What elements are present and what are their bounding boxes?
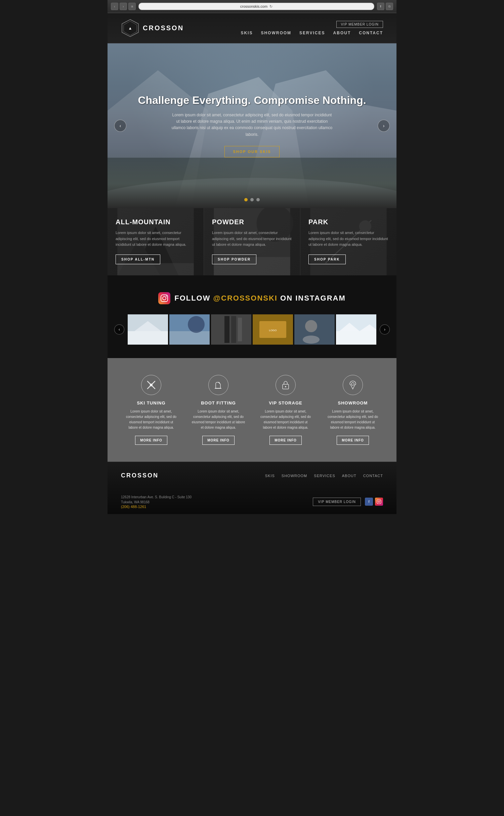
vip-storage-desc: Lorem ipsum dolor sit amet, consectetur … — [259, 409, 312, 430]
facebook-icon[interactable]: f — [365, 498, 373, 506]
ski-categories-section: ALL-MOUNTAIN Lorem ipsum dolor sit amet,… — [108, 208, 396, 275]
back-button[interactable]: ‹ — [111, 3, 118, 10]
hero-cta-button[interactable]: SHOP OUR SKIS — [224, 146, 279, 157]
ig-photo-3[interactable] — [211, 314, 251, 345]
ig-photo-6[interactable] — [336, 314, 376, 345]
ski-cat-allmt-title: ALL-MOUNTAIN — [116, 218, 196, 226]
ig-photo-1-img — [128, 314, 168, 345]
shop-allmt-button[interactable]: SHOP ALL-MTN — [116, 255, 160, 264]
svg-rect-24 — [128, 331, 168, 345]
nav-showroom[interactable]: SHOWROOM — [261, 31, 291, 35]
ig-photo-2-img — [169, 314, 210, 345]
footer-right: VIP MEMBER LOGIN f — [313, 498, 383, 506]
boot-fitting-icon — [208, 375, 228, 395]
boot-fitting-more-info-button[interactable]: MORE INFO — [202, 436, 235, 445]
footer-vip-login-button[interactable]: VIP MEMBER LOGIN — [313, 498, 361, 506]
svg-rect-31 — [231, 316, 236, 343]
service-boot-fitting: BOOT FITTING Lorem ipsum dolor sit amet,… — [188, 375, 249, 445]
site-header: ▲ CROSSON VIP MEMBER LOGIN SKIS SHOWROOM… — [108, 13, 396, 43]
address-bar[interactable]: crossonskis.com ↻ — [138, 3, 374, 10]
instagram-social-icon[interactable] — [375, 498, 383, 506]
showroom-icon — [343, 375, 363, 395]
share-button[interactable]: ⬆ — [377, 3, 384, 10]
hero-prev-arrow[interactable]: ‹ — [114, 120, 126, 132]
vip-storage-more-info-button[interactable]: MORE INFO — [269, 436, 302, 445]
showroom-desc: Lorem ipsum dolor sit amet, consectetur … — [326, 409, 380, 430]
hero-dot-3[interactable] — [256, 198, 260, 201]
ski-tuning-desc: Lorem ipsum dolor sit amet, consectetur … — [124, 409, 178, 430]
ski-cat-park-content: PARK Lorem ipsum dolor sit amet, consect… — [308, 218, 388, 264]
svg-rect-48 — [377, 500, 381, 504]
nav-contact[interactable]: CONTACT — [359, 31, 383, 35]
ig-photo-4[interactable]: LOGO — [253, 314, 293, 345]
ig-prev-arrow[interactable]: ‹ — [114, 324, 124, 335]
shop-powder-button[interactable]: SHOP POWDER — [212, 255, 256, 264]
ski-cat-powder-title: POWDER — [212, 218, 292, 226]
svg-point-47 — [351, 383, 354, 385]
ski-category-powder: POWDER Lorem ipsum dolor sit amet, conse… — [204, 208, 300, 275]
ig-photo-4-img: LOGO — [253, 314, 293, 345]
ig-photos-row: LOGO — [128, 314, 376, 345]
ig-photo-6-img — [336, 314, 376, 345]
ski-tuning-more-info-button[interactable]: MORE INFO — [135, 436, 167, 445]
shop-park-button[interactable]: SHOP PARK — [308, 255, 346, 264]
logo-area[interactable]: ▲ CROSSON — [121, 19, 184, 37]
hero-content: Challenge Everything. Compromise Nothing… — [136, 94, 368, 157]
instagram-cta-suffix: ON INSTAGRAM — [278, 294, 346, 302]
hero-next-arrow[interactable]: › — [378, 120, 390, 132]
service-showroom: SHOWROOM Lorem ipsum dolor sit amet, con… — [323, 375, 383, 445]
footer-nav-showroom[interactable]: SHOWROOM — [282, 474, 307, 478]
footer-nav-services[interactable]: SERVICES — [314, 474, 335, 478]
svg-point-50 — [380, 500, 381, 501]
showroom-icon-svg — [347, 380, 358, 390]
ig-photo-3-img — [211, 314, 251, 345]
ski-category-park: PARK Lorem ipsum dolor sit amet, consect… — [300, 208, 396, 275]
nav-services[interactable]: SERVICES — [299, 31, 325, 35]
showroom-title: SHOWROOM — [326, 400, 380, 405]
ig-photo-5[interactable] — [294, 314, 335, 345]
hero-subtitle: Lorem ipsum dolor sit amet, consectetur … — [171, 112, 333, 138]
showroom-more-info-button[interactable]: MORE INFO — [337, 436, 369, 445]
bookmarks-button[interactable]: ⧉ — [386, 3, 393, 10]
header-right: VIP MEMBER LOGIN SKIS SHOWROOM SERVICES … — [241, 21, 383, 35]
forward-button[interactable]: › — [120, 3, 127, 10]
hero-dot-1[interactable] — [244, 198, 248, 201]
footer-navigation: SKIS SHOWROOM SERVICES ABOUT CONTACT — [265, 474, 383, 478]
refresh-icon[interactable]: ↻ — [269, 4, 272, 9]
footer-address-block: 12628 Interurban Ave. S. Building C - Su… — [121, 495, 192, 509]
social-icons: f — [365, 498, 383, 506]
footer-bottom: 12628 Interurban Ave. S. Building C - Su… — [108, 489, 396, 514]
hero-dot-2[interactable] — [250, 198, 254, 201]
ig-next-arrow[interactable]: › — [380, 324, 390, 335]
hero-section: ‹ › Challenge Everything. Compromise Not… — [108, 43, 396, 208]
nav-skis[interactable]: SKIS — [241, 31, 253, 35]
url-text: crossonskis.com — [240, 4, 267, 8]
svg-point-38 — [303, 336, 320, 344]
svg-point-46 — [285, 386, 286, 387]
footer-phone[interactable]: (206) 488-1261 — [121, 505, 192, 509]
footer-address-line1: 12628 Interurban Ave. S. Building C - Su… — [121, 495, 192, 500]
ski-tuning-title: SKI TUNING — [124, 400, 178, 405]
footer-nav-skis[interactable]: SKIS — [265, 474, 275, 478]
instagram-carousel: ‹ — [114, 314, 390, 345]
footer-nav-contact[interactable]: CONTACT — [363, 474, 383, 478]
tabs-button[interactable]: ⊞ — [128, 3, 136, 10]
footer-nav-about[interactable]: ABOUT — [342, 474, 356, 478]
logo-text: CROSSON — [143, 24, 184, 32]
ski-tuning-icon-svg — [146, 380, 157, 390]
boot-fitting-icon-svg — [213, 380, 224, 390]
ig-photo-1[interactable] — [128, 314, 168, 345]
nav-about[interactable]: ABOUT — [333, 31, 351, 35]
service-vip-storage: VIP STORAGE Lorem ipsum dolor sit amet, … — [255, 375, 316, 445]
ig-photo-2[interactable] — [169, 314, 210, 345]
svg-text:LOGO: LOGO — [269, 329, 277, 332]
svg-rect-32 — [238, 318, 242, 341]
ski-category-all-mountain: ALL-MOUNTAIN Lorem ipsum dolor sit amet,… — [108, 208, 204, 275]
instagram-icon — [158, 292, 170, 304]
footer-address-line2: Tukwila, WA 98168 — [121, 500, 192, 505]
instagram-header: FOLLOW @CROSSONSKI ON INSTAGRAM — [114, 292, 390, 304]
vip-login-button[interactable]: VIP MEMBER LOGIN — [336, 21, 383, 28]
footer-logo: CROSSON — [121, 472, 159, 479]
vip-storage-title: VIP STORAGE — [259, 400, 312, 405]
svg-point-49 — [378, 501, 380, 503]
